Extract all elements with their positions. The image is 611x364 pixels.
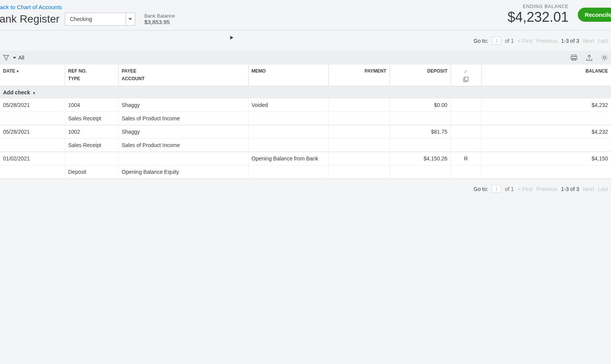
copy-icon [463, 77, 469, 82]
bank-balance-amount: $3,853.95 [144, 19, 175, 25]
cell-memo[interactable]: Opening Balance from Bank [248, 152, 328, 165]
reconcile-button[interactable]: Reconcile [578, 8, 611, 22]
last-page-link[interactable]: Last [598, 38, 608, 44]
ending-balance-label: ENDING BALANCE [508, 4, 569, 9]
cell-balance[interactable]: $4,150 [481, 152, 611, 165]
pagination-top: Go to: of 1 < First Previous 1-3 of 3 Ne… [0, 31, 611, 51]
table-subrow[interactable]: DepositOpening Balance Equity [0, 165, 611, 179]
gear-icon[interactable] [601, 54, 608, 61]
first-page-link[interactable]: < First [518, 38, 533, 44]
account-select-value[interactable]: Checking [65, 13, 126, 26]
export-icon[interactable] [586, 54, 593, 61]
cell-account[interactable]: Sales of Product Income [118, 112, 248, 125]
cell-ref[interactable] [65, 152, 118, 165]
bank-balance-label: Bank Balance [144, 13, 175, 19]
print-icon[interactable] [571, 54, 577, 61]
cell-account[interactable]: Sales of Product Income [118, 139, 248, 152]
col-header-payee-account[interactable]: PAYEEACCOUNT [118, 65, 248, 86]
cell-payee[interactable]: Shaggy [118, 99, 248, 112]
table-row[interactable]: 05/28/20211002Shaggy$81.75$4,232 [0, 125, 611, 139]
table-subrow[interactable]: Sales ReceiptSales of Product Income [0, 139, 611, 152]
cell-empty [328, 165, 390, 179]
cell-date[interactable]: 01/02/2021 [0, 152, 65, 165]
cell-deposit[interactable]: $4,150.26 [390, 152, 451, 165]
goto-label: Go to: [474, 186, 488, 192]
svg-point-3 [603, 57, 606, 59]
cell-ref[interactable]: 1002 [65, 125, 118, 139]
cell-empty [0, 139, 65, 152]
table-subrow[interactable]: Sales ReceiptSales of Product Income [0, 112, 611, 125]
goto-page-input[interactable] [492, 185, 501, 193]
cell-balance[interactable]: $4,232 [481, 125, 611, 139]
cell-type[interactable]: Sales Receipt [65, 139, 118, 152]
col-header-memo[interactable]: MEMO [248, 65, 328, 86]
cell-empty [390, 165, 451, 179]
pagination-bottom: Go to: of 1 < First Previous 1-3 of 3 Ne… [0, 179, 611, 199]
account-select-dropdown-button[interactable] [126, 13, 135, 26]
cell-empty [481, 165, 611, 179]
col-header-reconciled[interactable]: ✓ [451, 65, 481, 86]
cell-reconciled[interactable] [451, 99, 481, 112]
page-of-label: of 1 [505, 38, 514, 44]
last-page-link[interactable]: Last [598, 186, 608, 192]
cell-empty [390, 139, 451, 152]
table-row[interactable]: 05/28/20211004ShaggyVoided$0.00$4,232 [0, 99, 611, 112]
cell-account[interactable]: Opening Balance Equity [118, 165, 248, 179]
cell-date[interactable]: 05/28/2021 [0, 125, 65, 139]
register-table: DATE▼ REF NO.TYPE PAYEEACCOUNT MEMO PAYM… [0, 65, 611, 179]
cell-empty [451, 165, 481, 179]
cell-deposit[interactable]: $81.75 [390, 125, 451, 139]
filter-dropdown[interactable]: All [13, 55, 24, 61]
cell-payee[interactable] [118, 152, 248, 165]
cell-reconciled[interactable] [451, 125, 481, 139]
svg-rect-5 [465, 77, 468, 81]
cell-balance[interactable]: $4,232 [481, 99, 611, 112]
page-range: 1-3 of 3 [561, 38, 579, 44]
table-row[interactable]: 01/02/2021Opening Balance from Bank$4,15… [0, 152, 611, 165]
checkmark-icon: ✓ [464, 68, 468, 74]
cell-payee[interactable]: Shaggy [118, 125, 248, 139]
sort-desc-icon: ▼ [16, 70, 19, 73]
add-check-row[interactable]: Add check▼ [0, 86, 611, 99]
cell-date[interactable]: 05/28/2021 [0, 99, 65, 112]
cell-empty [481, 139, 611, 152]
cell-empty [451, 112, 481, 125]
cell-type[interactable]: Deposit [65, 165, 118, 179]
previous-page-link[interactable]: Previous [537, 38, 557, 44]
cell-payment[interactable] [328, 99, 390, 112]
account-select[interactable]: Checking [65, 13, 135, 26]
goto-label: Go to: [474, 38, 488, 44]
cell-payment[interactable] [328, 125, 390, 139]
next-page-link[interactable]: Next [583, 38, 594, 44]
cell-empty [328, 112, 390, 125]
back-to-chart-link[interactable]: Back to Chart of Accounts [0, 0, 62, 13]
funnel-icon[interactable] [3, 55, 9, 61]
col-header-date[interactable]: DATE▼ [0, 65, 65, 86]
cell-empty [0, 165, 65, 179]
filter-label: All [18, 55, 24, 61]
chevron-down-icon [128, 18, 132, 20]
page-title: Bank Register [0, 13, 60, 25]
cell-deposit[interactable]: $0.00 [390, 99, 451, 112]
col-header-payment[interactable]: PAYMENT [328, 65, 390, 86]
col-header-deposit[interactable]: DEPOSIT [390, 65, 451, 86]
first-page-link[interactable]: < First [518, 186, 533, 192]
chevron-down-icon [13, 57, 16, 59]
cell-memo[interactable] [248, 125, 328, 139]
cell-ref[interactable]: 1004 [65, 99, 118, 112]
col-header-balance[interactable]: BALANCE [481, 65, 611, 86]
previous-page-link[interactable]: Previous [537, 186, 557, 192]
col-header-ref-type[interactable]: REF NO.TYPE [65, 65, 118, 86]
cell-memo[interactable]: Voided [248, 99, 328, 112]
cell-payment[interactable] [328, 152, 390, 165]
filter-bar: All [0, 51, 611, 65]
cell-type[interactable]: Sales Receipt [65, 112, 118, 125]
next-page-link[interactable]: Next [583, 186, 594, 192]
ending-balance-amount: $4,232.01 [508, 9, 569, 25]
cell-empty [451, 139, 481, 152]
page-range: 1-3 of 3 [561, 186, 579, 192]
cell-empty [0, 112, 65, 125]
goto-page-input[interactable] [492, 37, 501, 45]
cell-empty [248, 139, 328, 152]
cell-reconciled[interactable]: R [451, 152, 481, 165]
